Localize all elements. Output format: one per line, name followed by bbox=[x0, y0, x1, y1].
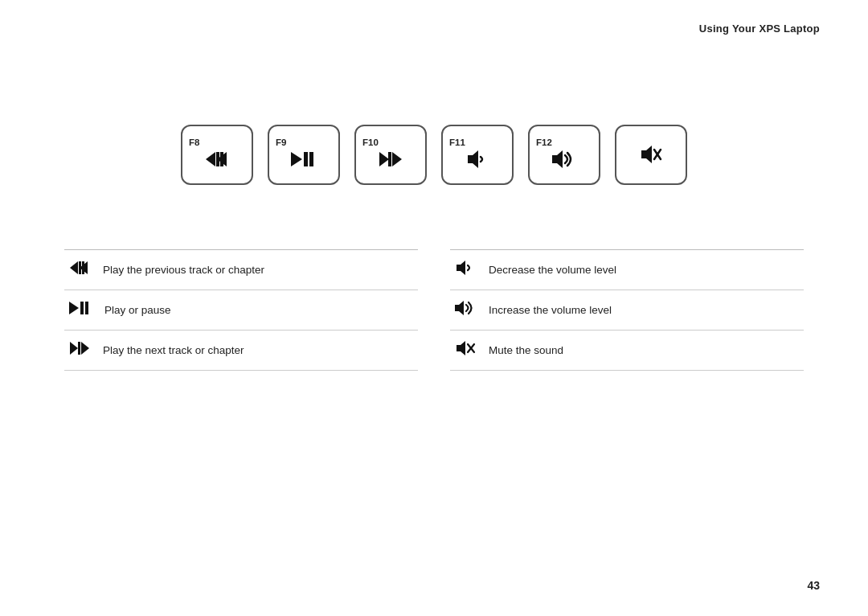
playpause-icon bbox=[68, 301, 93, 319]
svg-marker-10 bbox=[468, 150, 478, 168]
next-icon bbox=[68, 341, 92, 359]
col-divider bbox=[418, 249, 450, 371]
svg-marker-7 bbox=[379, 152, 389, 166]
key-f12-icon bbox=[551, 150, 578, 171]
key-f9: F9 bbox=[268, 125, 340, 185]
key-mute bbox=[615, 125, 687, 185]
key-f8-label: F8 bbox=[189, 138, 199, 147]
svg-rect-20 bbox=[80, 302, 84, 314]
vol-up-label: Increase the volume level bbox=[489, 304, 612, 316]
table-row: Mute the sound bbox=[450, 331, 804, 371]
key-f8: F8 bbox=[181, 125, 253, 185]
key-f10-label: F10 bbox=[362, 138, 379, 147]
mute-label: Mute the sound bbox=[489, 344, 563, 356]
svg-rect-23 bbox=[78, 342, 80, 355]
key-f12: F12 bbox=[528, 125, 600, 185]
mute-icon bbox=[453, 341, 477, 359]
svg-rect-6 bbox=[309, 152, 313, 166]
table-row: Decrease the volume level bbox=[450, 250, 804, 290]
key-f11-icon bbox=[466, 150, 489, 171]
key-f10-icon bbox=[378, 150, 403, 171]
svg-marker-27 bbox=[457, 341, 465, 355]
table-left-col: Play the previous track or chapter Play … bbox=[64, 249, 418, 371]
function-table: Play the previous track or chapter Play … bbox=[64, 249, 804, 371]
svg-marker-4 bbox=[291, 152, 302, 166]
page-number: 43 bbox=[807, 579, 820, 592]
table-row: Increase the volume level bbox=[450, 290, 804, 331]
key-f11: F11 bbox=[441, 125, 514, 185]
svg-rect-8 bbox=[388, 152, 391, 166]
svg-marker-22 bbox=[70, 342, 78, 355]
svg-marker-24 bbox=[81, 342, 89, 355]
key-f11-label: F11 bbox=[449, 138, 465, 147]
table-row: Play or pause bbox=[64, 290, 418, 331]
table-row: Play the previous track or chapter bbox=[64, 250, 418, 290]
page-header-title: Using Your XPS Laptop bbox=[699, 23, 820, 35]
key-mute-icon bbox=[640, 145, 662, 167]
vol-down-icon bbox=[453, 261, 477, 279]
table-row: Play the next track or chapter bbox=[64, 331, 418, 371]
next-label: Play the next track or chapter bbox=[103, 344, 244, 356]
playpause-label: Play or pause bbox=[104, 304, 171, 316]
svg-marker-11 bbox=[552, 150, 563, 168]
svg-rect-5 bbox=[304, 152, 308, 166]
svg-marker-0 bbox=[206, 152, 215, 166]
vol-up-icon bbox=[453, 301, 477, 319]
prev-icon bbox=[68, 261, 92, 279]
svg-marker-12 bbox=[641, 146, 652, 163]
svg-rect-21 bbox=[85, 302, 88, 314]
key-f9-icon bbox=[289, 150, 318, 171]
key-f10: F10 bbox=[354, 125, 427, 185]
svg-marker-15 bbox=[70, 261, 78, 274]
table-right-col: Decrease the volume level Increase the v… bbox=[450, 249, 804, 371]
prev-label: Play the previous track or chapter bbox=[103, 264, 264, 276]
key-f9-label: F9 bbox=[276, 138, 286, 147]
vol-down-label: Decrease the volume level bbox=[489, 264, 616, 276]
svg-marker-9 bbox=[392, 152, 402, 166]
svg-marker-19 bbox=[69, 302, 79, 314]
keys-row: F8 F9 F10 bbox=[0, 125, 868, 185]
key-f12-label: F12 bbox=[536, 138, 552, 147]
key-f8-icon bbox=[204, 150, 230, 171]
svg-marker-26 bbox=[455, 301, 464, 315]
svg-marker-25 bbox=[457, 261, 465, 275]
